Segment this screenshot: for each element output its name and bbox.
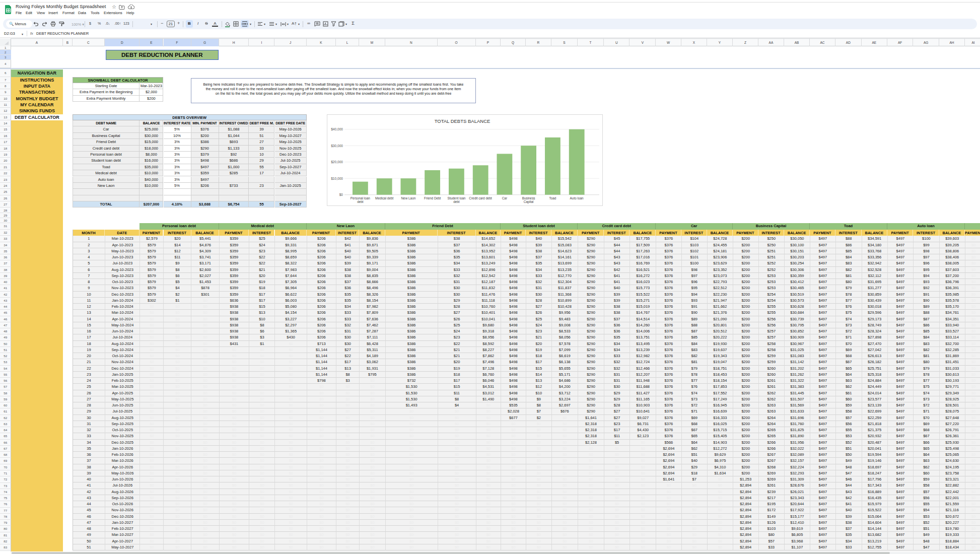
svg-text:Toad: Toad (549, 196, 556, 200)
svg-text:Personal loan: Personal loan (351, 196, 371, 200)
svg-text:Business: Business (522, 196, 535, 200)
svg-text:$20,000: $20,000 (331, 160, 343, 164)
svg-text:Credit card debt: Credit card debt (469, 196, 493, 200)
svg-text:$30,000: $30,000 (331, 144, 343, 148)
svg-text:$40,000: $40,000 (331, 127, 343, 131)
svg-text:Capital: Capital (524, 200, 534, 204)
svg-text:Car: Car (502, 196, 508, 200)
svg-text:debt: debt (453, 200, 460, 203)
svg-text:$0: $0 (339, 193, 343, 196)
svg-text:New Laon: New Laon (401, 196, 416, 200)
svg-text:Student loan: Student loan (448, 196, 466, 200)
svg-text:$10,000: $10,000 (331, 177, 343, 180)
svg-text:debt: debt (357, 200, 364, 203)
svg-text:TOTAL DEBTS BALANCE: TOTAL DEBTS BALANCE (435, 118, 491, 124)
svg-text:Medical debt: Medical debt (375, 196, 393, 200)
svg-text:Friend Debt: Friend Debt (424, 196, 441, 200)
svg-text:Auto loan: Auto loan (570, 196, 584, 200)
